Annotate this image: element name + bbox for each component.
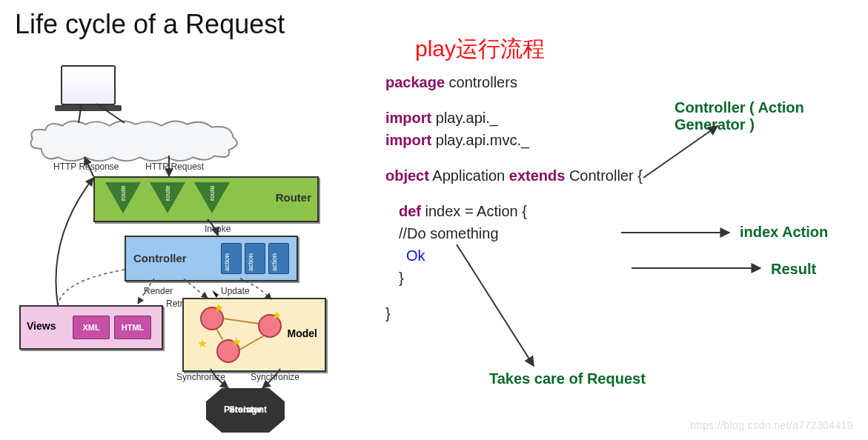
views-chip-html: HTML <box>114 316 151 339</box>
controller-box: Controller action action action <box>125 236 298 281</box>
router-label: Router <box>276 191 311 204</box>
model-label: Model <box>288 327 317 339</box>
model-box: Model ★ ★ ★ ★ <box>182 298 326 372</box>
model-star-icon: ★ <box>231 335 242 349</box>
page-title: Life cycle of a Request <box>15 9 285 40</box>
annotation-index-action: index Action <box>740 224 828 241</box>
views-box: Views XML HTML <box>19 305 163 350</box>
invoke-label: Invoke <box>205 224 231 234</box>
model-star-icon: ★ <box>197 336 208 350</box>
code-line-ok: Ok <box>385 244 838 267</box>
cloud-icon <box>27 120 242 163</box>
route-triangle-icon: route <box>150 182 185 213</box>
code-line-def: def index = Action { <box>385 200 838 222</box>
subtitle-red: play运行流程 <box>415 34 545 64</box>
annotation-takes-care: Takes care of Request <box>489 370 646 387</box>
action-slot-icon: action <box>221 243 242 274</box>
lifecycle-diagram: HTTP Response HTTP Request Router route … <box>13 52 362 437</box>
http-request-label: HTTP Request <box>145 161 204 172</box>
update-label: Update <box>221 286 250 296</box>
synchronize-label: Synchronize <box>251 372 299 382</box>
code-line-close1: } <box>385 267 838 289</box>
views-label: Views <box>27 320 56 332</box>
route-triangle-icon: route <box>194 182 230 213</box>
annotation-result: Result <box>771 261 816 278</box>
watermark-text: https://blog.csdn.net/a772304419 <box>690 419 853 431</box>
controller-label: Controller <box>133 252 187 264</box>
synchronize-label: Synchronize <box>176 372 225 382</box>
model-star-icon: ★ <box>213 301 224 315</box>
route-triangle-icon: route <box>105 182 141 213</box>
action-slot-icon: action <box>268 243 289 274</box>
http-response-label: HTTP Response <box>53 161 119 172</box>
model-star-icon: ★ <box>271 308 282 322</box>
router-box: Router route route route <box>93 176 319 222</box>
laptop-icon <box>61 65 116 105</box>
annotation-controller-ag: Controller ( Action Generator ) <box>675 99 868 133</box>
action-slot-icon: action <box>245 243 265 274</box>
storage-line2: Storage <box>229 405 262 415</box>
render-label: Render <box>144 286 173 296</box>
code-line-close2: } <box>385 302 838 324</box>
persistent-storage-box: Persistent Storage <box>206 388 285 433</box>
code-line-package: package controllers <box>385 71 838 93</box>
views-chip-xml: XML <box>73 316 110 339</box>
code-line-object: object Application extends Controller { <box>385 164 838 187</box>
